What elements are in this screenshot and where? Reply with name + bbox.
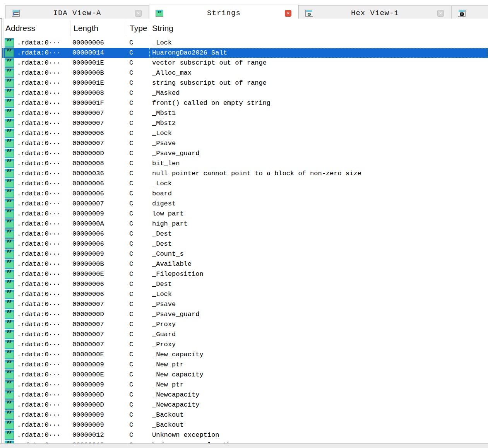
table-row[interactable]: ” .rdata:0··· 00000006 C _Lock	[2, 128, 488, 139]
tab-label: Hex View-1	[299, 9, 451, 17]
cell-address: .rdata:0···	[17, 350, 60, 360]
cell-type: C	[129, 199, 133, 209]
table-row[interactable]: ” .rdata:0··· 00000006 C _Lock	[2, 289, 488, 299]
table-row[interactable]: ” .rdata:0··· 00000009 C _Backout	[2, 420, 488, 430]
table-row[interactable]: ” .rdata:0··· 0000000E C _Fileposition	[2, 269, 488, 279]
cell-type: C	[129, 239, 133, 249]
cell-length: 00000007	[72, 299, 104, 309]
cell-string: _Backout	[149, 420, 487, 430]
table-row[interactable]: ” .rdata:0··· 0000001F C front() called …	[2, 98, 488, 108]
close-icon[interactable]: ✕	[285, 10, 291, 17]
column-header-address[interactable]: Address	[5, 19, 67, 38]
table-row[interactable]: ” .rdata:0··· 00000007 C digest	[2, 199, 488, 209]
column-header-type[interactable]: Type	[130, 19, 149, 38]
table-row[interactable]: ” .rdata:0··· 00000012 C Unknown excepti…	[2, 430, 488, 440]
table-row[interactable]: ” .rdata:0··· 00000006 C _Dest	[2, 229, 488, 239]
cell-length: 00000007	[72, 340, 104, 350]
cell-length: 00000008	[72, 88, 104, 98]
table-row[interactable]: ” .rdata:0··· 0000000A C high_part	[2, 219, 488, 229]
cell-string: low_part	[149, 209, 487, 219]
cell-length: 00000012	[72, 430, 104, 440]
table-row[interactable]: ” .rdata:0··· 00000007 C _Guard	[2, 330, 488, 340]
cell-string: _Lock	[149, 38, 487, 48]
close-icon[interactable]: ✕	[135, 10, 142, 17]
string-item-icon: ”	[5, 199, 14, 209]
close-icon[interactable]: ✕	[437, 10, 444, 17]
cell-string: _Newcapacity	[149, 400, 487, 410]
panel-left-border	[1, 18, 2, 448]
table-row[interactable]: ” .rdata:0··· 00000009 C _New_ptr	[2, 380, 488, 390]
string-item-icon: ”	[5, 290, 14, 299]
cell-address: .rdata:0···	[17, 189, 60, 199]
table-row[interactable]: ” .rdata:0··· 0000000B C _Alloc_max	[2, 68, 488, 78]
cell-address: .rdata:0···	[17, 330, 60, 340]
column-header-length[interactable]: Length	[74, 19, 124, 38]
cell-address: .rdata:0···	[17, 229, 60, 239]
cell-address: .rdata:0···	[17, 320, 60, 330]
cell-string: _New_capacity	[149, 350, 487, 360]
table-header: Address Length Type String	[2, 19, 488, 38]
string-item-icon: ”	[5, 340, 14, 349]
table-row[interactable]: ” .rdata:0··· 00000006 C _Dest	[2, 239, 488, 249]
table-row[interactable]: ” .rdata:0··· 00000008 C _Masked	[2, 88, 488, 98]
cell-string: _Proxy	[149, 340, 487, 350]
cell-string: digest	[149, 199, 487, 209]
cell-length: 0000000E	[72, 269, 104, 279]
cell-type: C	[129, 320, 133, 330]
table-row[interactable]: ” .rdata:0··· 00000006 C _Lock	[2, 179, 488, 189]
table-row[interactable]: ” .rdata:0··· 0000000D C _Newcapacity	[2, 400, 488, 410]
cell-type: C	[129, 149, 133, 159]
cell-length: 0000000D	[72, 400, 104, 410]
table-row[interactable]: ” .rdata:0··· 00000009 C _Count_s	[2, 249, 488, 259]
cell-address: .rdata:0···	[17, 299, 60, 309]
table-row[interactable]: ” .rdata:0··· 00000007 C _Mbst1	[2, 108, 488, 118]
cell-length: 0000000B	[72, 259, 104, 269]
cell-address: .rdata:0···	[17, 430, 60, 440]
column-separator[interactable]	[150, 21, 150, 36]
table-row[interactable]: ” .rdata:0··· 00000006 C board	[2, 189, 488, 199]
table-row[interactable]: ” .rdata:0··· 0000000B C _Available	[2, 259, 488, 269]
cell-type: C	[129, 299, 133, 309]
table-row[interactable]: ” .rdata:0··· 00000009 C low_part	[2, 209, 488, 219]
table-row[interactable]: ” .rdata:0··· 0000001E C string subscrip…	[2, 78, 488, 88]
column-separator[interactable]	[70, 21, 70, 36]
table-row[interactable]: ” .rdata:0··· 00000007 C _Psave	[2, 299, 488, 309]
string-item-icon: ”	[5, 390, 14, 400]
cell-type: C	[129, 169, 133, 179]
cell-length: 00000006	[72, 279, 104, 289]
table-row[interactable]: ” .rdata:0··· 00000007 C _Proxy	[2, 340, 488, 350]
table-row[interactable]: ” .rdata:0··· 00000036 C null pointer ca…	[2, 169, 488, 179]
string-item-icon: ”	[5, 219, 14, 229]
cell-type: C	[129, 38, 133, 48]
cell-type: C	[129, 410, 133, 420]
string-item-icon: ”	[5, 99, 14, 108]
table-row[interactable]: ” .rdata:0··· 0000000D C _Psave_guard	[2, 309, 488, 320]
cell-address: .rdata:0···	[17, 239, 60, 249]
table-row[interactable]: ” .rdata:0··· 0000000E C _New_capacity	[2, 350, 488, 360]
table-row[interactable]: ” .rdata:0··· 00000007 C _Psave	[2, 139, 488, 149]
cell-address: .rdata:0···	[17, 48, 60, 58]
table-row[interactable]: ” .rdata:0··· 00000007 C _Proxy	[2, 320, 488, 330]
string-item-icon: ”	[5, 109, 14, 118]
table-row[interactable]: ” .rdata:0··· 00000006 C _Dest	[2, 279, 488, 289]
table-row[interactable]: ” .rdata:0··· 0000000D C _Newcapacity	[2, 390, 488, 400]
cell-type: C	[129, 269, 133, 279]
table-row[interactable]: ” .rdata:0··· 00000007 C _Mbst2	[2, 118, 488, 128]
table-row[interactable]: ” .rdata:0··· 0000000D C _Psave_guard	[2, 149, 488, 159]
cell-type: C	[129, 78, 133, 88]
table-row[interactable]: ” .rdata:0··· 00000008 C bit_len	[2, 159, 488, 169]
column-separator[interactable]	[126, 21, 126, 36]
table-row[interactable]: ” .rdata:0··· 00000006 C _Lock	[2, 38, 488, 48]
table-row[interactable]: ” .rdata:0··· 00000009 C _Backout	[2, 410, 488, 420]
table-row[interactable]: ” .rdata:0··· 0000001E C vector subscrip…	[2, 58, 488, 68]
bottom-strip	[0, 443, 488, 448]
cell-address: .rdata:0···	[17, 128, 60, 139]
table-row[interactable]: ” .rdata:0··· 00000009 C _New_ptr	[2, 360, 488, 370]
column-header-string[interactable]: String	[152, 19, 307, 38]
string-item-icon: ”	[5, 300, 14, 309]
string-item-icon: ”	[5, 310, 14, 319]
table-row[interactable]: ” .rdata:0··· 00000014 C HuarongDao2026_…	[2, 48, 488, 58]
cell-address: .rdata:0···	[17, 289, 60, 299]
cell-length: 0000000E	[72, 350, 104, 360]
table-row[interactable]: ” .rdata:0··· 0000000E C _New_capacity	[2, 370, 488, 380]
